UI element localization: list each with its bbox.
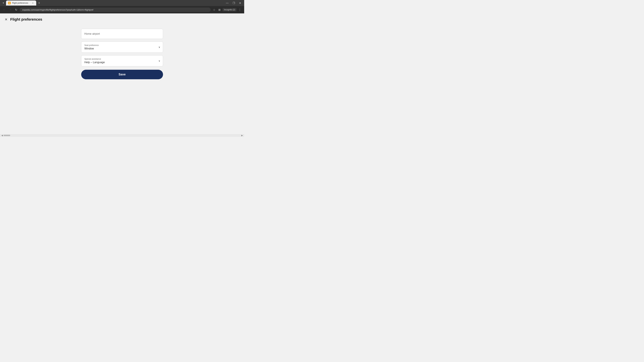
home-airport-field[interactable] <box>81 29 163 39</box>
tab-close-button[interactable]: × <box>32 1 34 5</box>
tab-title: Flight preferences <box>12 2 30 4</box>
active-tab[interactable]: E Flight preferences × <box>6 0 36 5</box>
page-close-button[interactable]: ✕ <box>4 17 8 22</box>
seat-preference-label: Seat preference <box>84 44 160 46</box>
back-button[interactable]: ← <box>2 7 7 12</box>
horizontal-scrollbar[interactable]: ◀ ▶ <box>0 134 244 137</box>
url-input[interactable] <box>20 7 211 12</box>
page-content: ✕ Flight preferences Seat preference Win… <box>0 13 244 134</box>
page-header: ✕ Flight preferences <box>0 13 244 25</box>
maximize-button[interactable]: ❐ <box>231 1 237 5</box>
address-bar: ← → ↻ ☆ ⊞ Incognito (2) ⋮ <box>0 6 244 13</box>
seat-preference-value: Window <box>84 47 160 50</box>
window-controls: — ❐ ✕ <box>224 1 243 5</box>
home-airport-input[interactable] <box>81 29 163 39</box>
page-title: Flight preferences <box>10 17 42 22</box>
flight-preferences-form: Seat preference Window ∨ Special assista… <box>78 29 166 79</box>
scroll-left-arrow[interactable]: ◀ <box>1 134 4 137</box>
bookmark-button[interactable]: ☆ <box>212 7 216 12</box>
close-window-button[interactable]: ✕ <box>237 1 243 5</box>
new-tab-button[interactable]: + <box>37 1 42 5</box>
tab-favicon: E <box>8 2 11 4</box>
scroll-right-arrow[interactable]: ▶ <box>241 134 244 137</box>
special-assistance-value: Help – Language <box>84 61 160 64</box>
incognito-badge[interactable]: Incognito (2) <box>222 8 236 11</box>
special-assistance-dropdown[interactable]: Special assistance Help – Language ∨ <box>81 55 163 66</box>
reload-button[interactable]: ↻ <box>14 7 18 12</box>
browser-chrome: ▼ E Flight preferences × + — ❐ ✕ ← → ↻ ☆… <box>0 0 244 13</box>
scrollbar-thumb[interactable] <box>4 135 10 136</box>
seat-preference-dropdown[interactable]: Seat preference Window ∨ <box>81 41 163 53</box>
extensions-button[interactable]: ⊞ <box>217 7 222 12</box>
save-button[interactable]: Save <box>81 70 163 79</box>
forward-button[interactable]: → <box>8 7 13 12</box>
address-bar-actions: ☆ ⊞ Incognito (2) ⋮ <box>212 7 242 12</box>
minimize-button[interactable]: — <box>224 1 230 5</box>
more-button[interactable]: ⋮ <box>238 7 242 12</box>
scrollbar-track[interactable] <box>4 135 241 136</box>
special-assistance-label: Special assistance <box>84 58 160 60</box>
tab-list-button[interactable]: ▼ <box>1 1 5 5</box>
tab-bar: ▼ E Flight preferences × + — ❐ ✕ <box>0 0 244 6</box>
